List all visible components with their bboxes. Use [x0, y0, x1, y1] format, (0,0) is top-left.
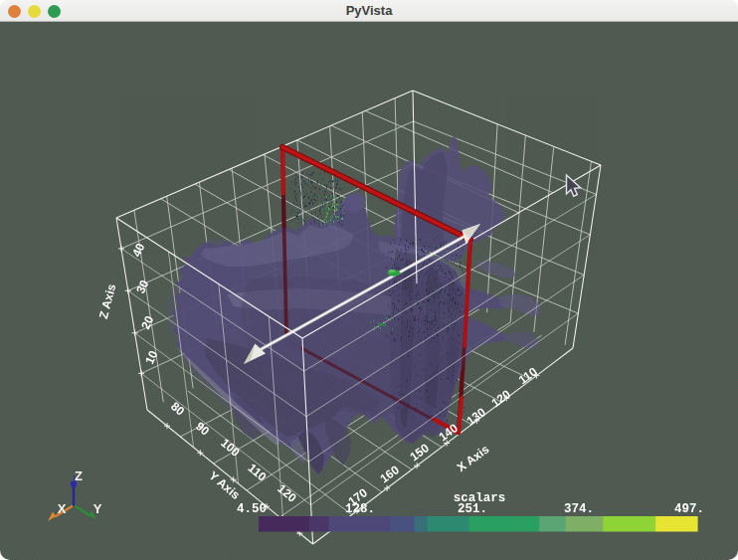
- svg-text:X: X: [58, 501, 67, 516]
- svg-text:4.50: 4.50: [237, 502, 267, 516]
- svg-text:251.: 251.: [458, 502, 487, 516]
- svg-text:Y: Y: [93, 501, 102, 516]
- svg-text:374.: 374.: [564, 502, 594, 516]
- svg-text:128.: 128.: [345, 502, 375, 516]
- svg-text:Z: Z: [75, 468, 83, 483]
- svg-text:497.: 497.: [674, 502, 704, 516]
